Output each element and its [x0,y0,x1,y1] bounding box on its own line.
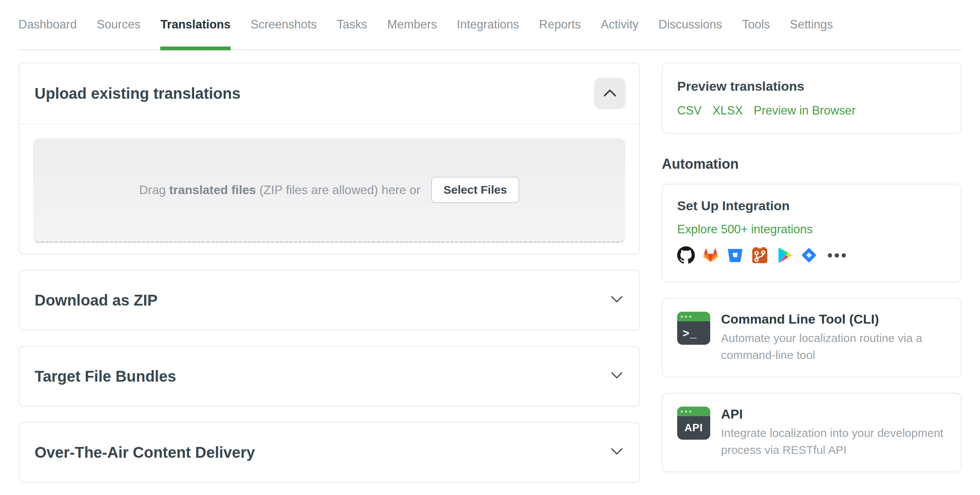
translations-sidebar: Preview translations CSV XLSX Preview in… [662,63,962,483]
cli-card-description: Automate your localization routine via a… [721,330,946,364]
chevron-down-icon [611,296,623,304]
tab-activity[interactable]: Activity [601,0,638,49]
target-file-bundles-title: Target File Bundles [35,368,176,385]
tab-members[interactable]: Members [387,0,437,49]
more-integrations-icon[interactable] [828,253,846,257]
tab-integrations[interactable]: Integrations [457,0,519,49]
tab-tasks[interactable]: Tasks [337,0,367,49]
cli-tool-card[interactable]: >_ Command Line Tool (CLI) Automate your… [662,298,962,377]
automation-section-heading: Automation [662,156,962,172]
api-card-title: API [721,407,946,422]
tab-reports[interactable]: Reports [539,0,581,49]
xlsx-link[interactable]: XLSX [713,104,743,118]
set-up-integration-title: Set Up Integration [677,198,946,213]
chevron-down-icon [611,372,623,380]
chevron-down-icon [611,448,623,457]
over-the-air-title: Over-The-Air Content Delivery [35,444,255,461]
tab-settings[interactable]: Settings [790,0,833,49]
explore-integrations-link[interactable]: Explore 500+ integrations [677,223,812,236]
preview-in-browser-link[interactable]: Preview in Browser [754,104,855,118]
over-the-air-content-delivery-card[interactable]: Over-The-Air Content Delivery [18,422,640,483]
upload-card-header: Upload existing translations [19,63,639,124]
target-file-bundles-card[interactable]: Target File Bundles [18,346,640,407]
terminal-icon: >_ [677,312,710,345]
project-tab-bar: Dashboard Sources Translations Screensho… [18,0,962,50]
dropzone-instructions: Drag translated files (ZIP files are all… [139,183,420,197]
cli-card-title: Command Line Tool (CLI) [721,312,946,327]
api-icon-label: API [677,416,710,440]
upload-existing-translations-card: Upload existing translations Drag transl… [18,63,640,254]
bitbucket-icon[interactable] [726,246,744,264]
set-up-integration-card: Set Up Integration Explore 500+ integrat… [662,184,962,282]
tab-translations[interactable]: Translations [160,0,231,49]
cli-card-text: Command Line Tool (CLI) Automate your lo… [721,312,946,364]
jira-icon[interactable] [800,246,818,264]
collapse-section-button[interactable] [594,78,626,109]
preview-translations-title: Preview translations [677,79,946,94]
select-files-button[interactable]: Select Files [431,177,519,203]
terminal-prompt-glyph: >_ [677,321,710,345]
git-icon[interactable] [751,246,769,264]
api-card[interactable]: API API Integrate localization into your… [662,393,962,472]
tab-sources[interactable]: Sources [97,0,141,49]
gitlab-icon[interactable] [702,246,719,264]
csv-link[interactable]: CSV [677,104,702,118]
dropzone-bold-text: translated files [169,183,256,197]
tab-tools[interactable]: Tools [742,0,770,49]
upload-card-title: Upload existing translations [35,85,241,102]
api-icon: API [677,407,710,440]
download-as-zip-card[interactable]: Download as ZIP [18,270,640,331]
file-dropzone[interactable]: Drag translated files (ZIP files are all… [33,138,625,243]
tab-dashboard[interactable]: Dashboard [18,0,77,49]
download-as-zip-title: Download as ZIP [35,292,158,309]
api-card-description: Integrate localization into your develop… [721,425,946,458]
chevron-up-icon [603,89,616,98]
integration-logos-row [677,246,946,264]
api-card-text: API Integrate localization into your dev… [721,407,946,458]
translations-main-column: Upload existing translations Drag transl… [18,63,640,483]
preview-translations-card: Preview translations CSV XLSX Preview in… [662,63,962,134]
upload-card-body: Drag translated files (ZIP files are all… [19,124,639,254]
tab-screenshots[interactable]: Screenshots [251,0,317,49]
preview-links-row: CSV XLSX Preview in Browser [677,104,946,118]
tab-discussions[interactable]: Discussions [659,0,722,49]
github-icon[interactable] [677,246,695,264]
google-play-icon[interactable] [776,246,793,264]
